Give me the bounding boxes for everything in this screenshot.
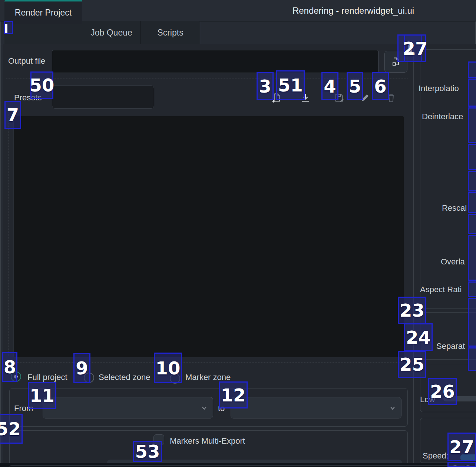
annotation-50: 50 xyxy=(30,71,53,99)
annotation-12: 12 xyxy=(219,381,248,408)
tab-label: Render Project xyxy=(15,8,72,18)
from-dropdown[interactable] xyxy=(43,397,213,418)
annotation-26: 26 xyxy=(428,378,457,405)
rescale-label: Rescal xyxy=(442,203,467,213)
output-file-label: Output file xyxy=(8,56,45,66)
radio-full-project-label: Full project xyxy=(27,373,67,382)
annotation-25: 25 xyxy=(398,351,426,378)
interpolation-label: Interpolatio xyxy=(419,84,459,93)
chevron-down-icon xyxy=(201,405,208,411)
deinterlacer-label: Deinterlace xyxy=(422,112,463,121)
annotation-8: 8 xyxy=(2,352,17,382)
window-title: Rendering - renderwidget_ui.ui xyxy=(230,0,476,21)
divider xyxy=(6,362,408,363)
preset-search-input[interactable] xyxy=(52,86,154,109)
overlay-label: Overla xyxy=(441,257,465,267)
annotation-5: 5 xyxy=(347,72,363,100)
annotation-51: 51 xyxy=(276,70,305,100)
annotation-box-clipped xyxy=(468,61,476,78)
output-file-input[interactable] xyxy=(52,50,379,73)
annotation-box-clipped xyxy=(468,214,476,234)
radio-selected-zone-label: Selected zone xyxy=(99,373,150,382)
aspect-ratio-label: Aspect Rati xyxy=(420,285,462,294)
annotation-box-clipped xyxy=(468,107,476,143)
annotation-24: 24 xyxy=(404,323,433,351)
annotation-53: 53 xyxy=(133,441,162,462)
annotation-box-clipped xyxy=(468,298,476,347)
chevron-down-icon xyxy=(389,405,396,411)
annotation-10: 10 xyxy=(154,353,182,383)
annotation-27-top: 27 xyxy=(404,34,426,62)
tab-render-project[interactable]: Render Project xyxy=(4,0,82,24)
annotation-7: 7 xyxy=(4,101,21,129)
tab-label: Scripts xyxy=(157,28,183,38)
speed-label: Speed: xyxy=(423,451,449,461)
annotation-box-clipped xyxy=(468,192,476,213)
annotation-box-clipped xyxy=(468,144,476,170)
annotation-box-clipped xyxy=(468,79,476,107)
annotation-9: 9 xyxy=(73,353,90,383)
annotation-28-partial: 28 xyxy=(447,462,476,467)
annotation-box-clipped xyxy=(468,235,476,281)
annotation-box-clipped xyxy=(468,281,476,297)
annotation-4: 4 xyxy=(321,72,338,100)
annotation-11: 11 xyxy=(28,382,56,409)
tab-scripts[interactable]: Scripts xyxy=(141,21,200,44)
guide-line xyxy=(8,112,9,356)
tab-label: Job Queue xyxy=(90,28,132,38)
annotation-partial-left xyxy=(4,21,13,34)
pane-border xyxy=(0,44,4,44)
annotation-box-clipped xyxy=(468,347,476,371)
panel-divider xyxy=(413,44,414,463)
annotation-23: 23 xyxy=(398,297,426,324)
annotation-box-clipped xyxy=(468,171,476,191)
render-dialog-window: D Rendering - renderwidget_ui.ui Render … xyxy=(0,0,476,467)
annotation-3: 3 xyxy=(257,72,274,100)
tab-job-queue[interactable]: Job Queue xyxy=(82,21,141,44)
preset-list[interactable] xyxy=(13,116,404,357)
separate-label: Separat xyxy=(436,341,465,351)
markers-group xyxy=(9,430,408,463)
markers-multi-export-label: Markers Multi-Export xyxy=(170,436,245,446)
to-dropdown[interactable] xyxy=(231,397,401,418)
radio-marker-zone-label: Marker zone xyxy=(185,373,231,382)
annotation-27: 27 xyxy=(447,433,476,461)
lower-panel-edge xyxy=(9,465,466,467)
annotation-52: 52 xyxy=(0,414,23,444)
annotation-6: 6 xyxy=(372,72,389,100)
